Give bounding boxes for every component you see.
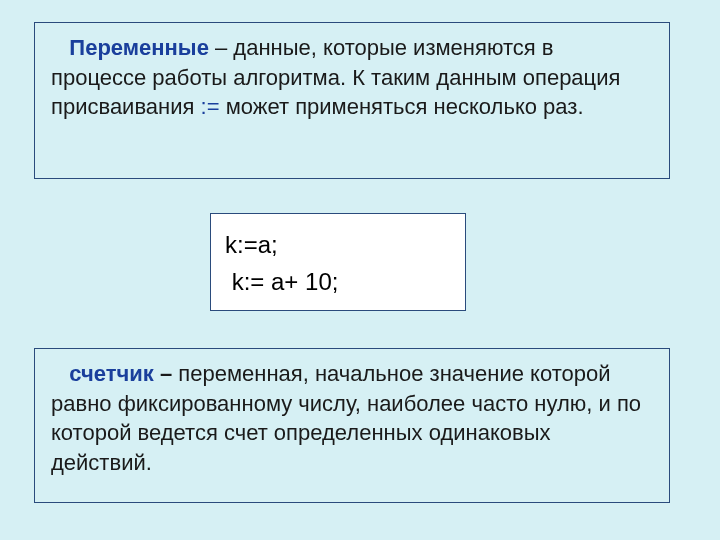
variables-paragraph: Переменные – данные, которые изменяются … — [35, 23, 669, 134]
assign-operator: := — [201, 94, 220, 119]
code-line-2: k:= a+ 10; — [225, 268, 338, 295]
variables-term: Переменные — [69, 35, 209, 60]
counter-paragraph: счетчик – переменная, начальное значение… — [35, 349, 669, 490]
counter-term: счетчик — [69, 361, 153, 386]
variables-definition-box: Переменные – данные, которые изменяются … — [34, 22, 670, 179]
variables-text-2: может применяться несколько раз. — [220, 94, 584, 119]
code-block: k:=a; k:= a+ 10; — [211, 214, 465, 308]
counter-sep: – — [154, 361, 178, 386]
variables-sep: – — [209, 35, 233, 60]
code-line-1: k:=a; — [225, 231, 278, 258]
counter-definition-box: счетчик – переменная, начальное значение… — [34, 348, 670, 503]
code-example-box: k:=a; k:= a+ 10; — [210, 213, 466, 311]
